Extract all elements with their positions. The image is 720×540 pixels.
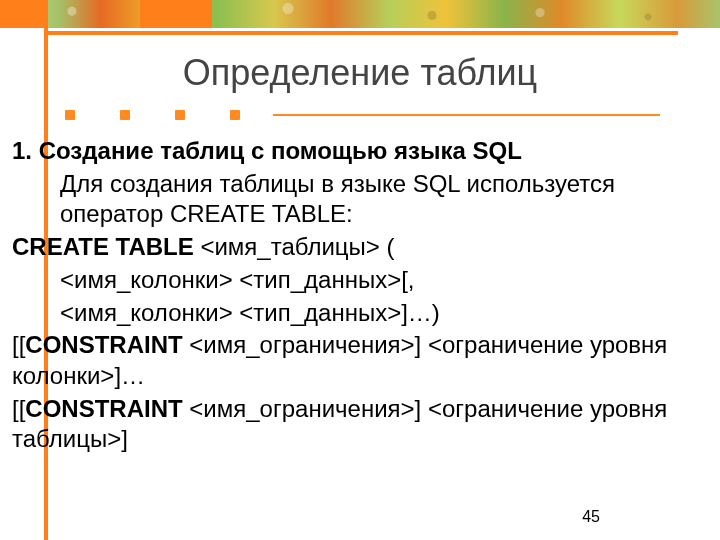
decorative-banner [0, 0, 720, 28]
slide-body: 1. Создание таблиц с помощью языка SQL Д… [12, 136, 690, 457]
kw-constraint-2: CONSTRAINT [25, 395, 182, 422]
kw-create-table: CREATE TABLE [12, 233, 194, 260]
slide: Определение таблиц 1. Создание таблиц с … [0, 0, 720, 540]
constraint2-pre: [[ [12, 395, 25, 422]
create-table-args: <имя_таблицы> ( [194, 233, 395, 260]
page-number: 45 [582, 508, 600, 526]
slide-title: Определение таблиц [0, 52, 720, 94]
banner-accent-block [140, 0, 212, 28]
kw-constraint-1: CONSTRAINT [25, 331, 182, 358]
constraint1-pre: [[ [12, 331, 25, 358]
column-def-1: <имя_колонки> <тип_данных>[, [12, 265, 690, 296]
section-number: 1. [12, 137, 39, 164]
horizontal-rule [48, 31, 678, 35]
divider-dots [65, 110, 660, 120]
intro-text: Для создания таблицы в языке SQL использ… [12, 169, 690, 230]
banner-left-block [0, 0, 48, 28]
column-def-2: <имя_колонки> <тип_данных>]…) [12, 298, 690, 329]
section-heading: Создание таблиц с помощью языка SQL [39, 137, 522, 164]
